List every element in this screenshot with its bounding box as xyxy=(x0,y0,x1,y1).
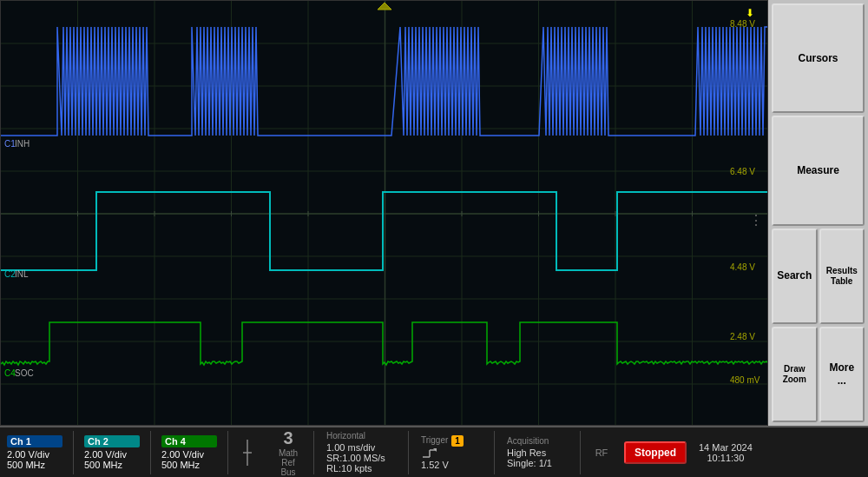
divider-2 xyxy=(150,431,151,474)
ch4-indicator: Ch 4 2.00 V/div 500 MHz xyxy=(155,432,224,474)
divider-1 xyxy=(73,431,74,474)
ch1-sample-rate: 500 MHz xyxy=(7,460,62,470)
cursors-button[interactable]: Cursors xyxy=(772,3,865,113)
time-div: 1.00 ms/div xyxy=(326,442,396,453)
horizontal-title: Horizontal xyxy=(326,431,396,441)
acquisition-type: Single: 1/1 xyxy=(507,458,568,468)
horizontal-section: Horizontal 1.00 ms/div SR:1.00 MS/s RL:1… xyxy=(318,429,404,475)
divider-5 xyxy=(408,431,409,474)
draw-zoom-button[interactable]: DrawZoom xyxy=(772,327,818,422)
trigger-channel: 1 xyxy=(451,435,464,447)
svg-text:⬇: ⬇ xyxy=(746,7,754,19)
trigger-voltage: 1.52 V xyxy=(421,460,482,470)
stopped-button[interactable]: Stopped xyxy=(624,441,687,464)
scope-display: C1 INH C2 INL C4 SOC 8.48 V 6.48 V 4.48 … xyxy=(0,0,768,426)
svg-text:4.48 V: 4.48 V xyxy=(730,262,755,272)
divider-4 xyxy=(313,431,314,474)
search-button[interactable]: Search xyxy=(772,229,818,324)
measure-button[interactable]: Measure xyxy=(772,116,865,225)
trigger-section: Trigger 1 1.52 V xyxy=(412,434,490,472)
ch4-sample-rate: 500 MHz xyxy=(161,460,217,470)
record-length: RL:10 kpts xyxy=(326,463,396,474)
svg-text:2.48 V: 2.48 V xyxy=(730,332,755,341)
svg-text:SOC: SOC xyxy=(15,368,34,378)
ref-label: Ref xyxy=(281,458,295,467)
bottom-bar: Ch 1 2.00 V/div 500 MHz Ch 2 2.00 V/div … xyxy=(0,426,868,477)
math-ref-bus: 3 Math Ref Bus xyxy=(266,425,310,478)
date-label: 14 Mar 2024 xyxy=(699,442,753,453)
ch2-sample-rate: 500 MHz xyxy=(84,460,140,470)
more-button[interactable]: More ... xyxy=(819,327,865,422)
rf-section: RF xyxy=(584,446,619,460)
datetime-box: 14 Mar 2024 10:11:30 xyxy=(692,441,760,465)
ch1-indicator: Ch 1 2.00 V/div 500 MHz xyxy=(0,432,69,474)
number-3: 3 xyxy=(283,428,293,448)
bus-label: Bus xyxy=(280,467,295,477)
ch4-volts: 2.00 V/div xyxy=(161,449,217,460)
svg-text:480 mV: 480 mV xyxy=(730,375,760,385)
svg-text:INH: INH xyxy=(15,139,30,149)
svg-text:8.48 V: 8.48 V xyxy=(730,19,755,29)
acquisition-mode: High Res xyxy=(507,447,568,458)
trigger-title: Trigger xyxy=(421,435,448,445)
math-label: Math xyxy=(279,448,298,458)
divider-3 xyxy=(227,431,228,474)
ch2-volts: 2.00 V/div xyxy=(84,449,140,460)
svg-text:6.48 V: 6.48 V xyxy=(730,167,755,176)
ch2-label: Ch 2 xyxy=(84,435,140,447)
sample-rate: SR:1.00 MS/s xyxy=(326,453,396,463)
divider-7 xyxy=(580,431,581,474)
svg-text:INL: INL xyxy=(15,269,29,279)
ch4-label: Ch 4 xyxy=(161,435,217,447)
ch1-volts: 2.00 V/div xyxy=(7,449,62,460)
divider-6 xyxy=(494,431,495,474)
right-panel: Cursors Measure Search ResultsTable Draw… xyxy=(768,0,868,426)
svg-text:⋮: ⋮ xyxy=(749,213,763,228)
acquisition-section: Acquisition High Res Single: 1/1 xyxy=(498,434,576,470)
results-table-button[interactable]: ResultsTable xyxy=(819,229,865,324)
ch2-indicator: Ch 2 2.00 V/div 500 MHz xyxy=(77,432,147,474)
time-label: 10:11:30 xyxy=(707,453,744,463)
rf-label: RF xyxy=(595,447,608,458)
acquisition-title: Acquisition xyxy=(507,436,568,446)
ch1-label: Ch 1 xyxy=(7,435,62,447)
